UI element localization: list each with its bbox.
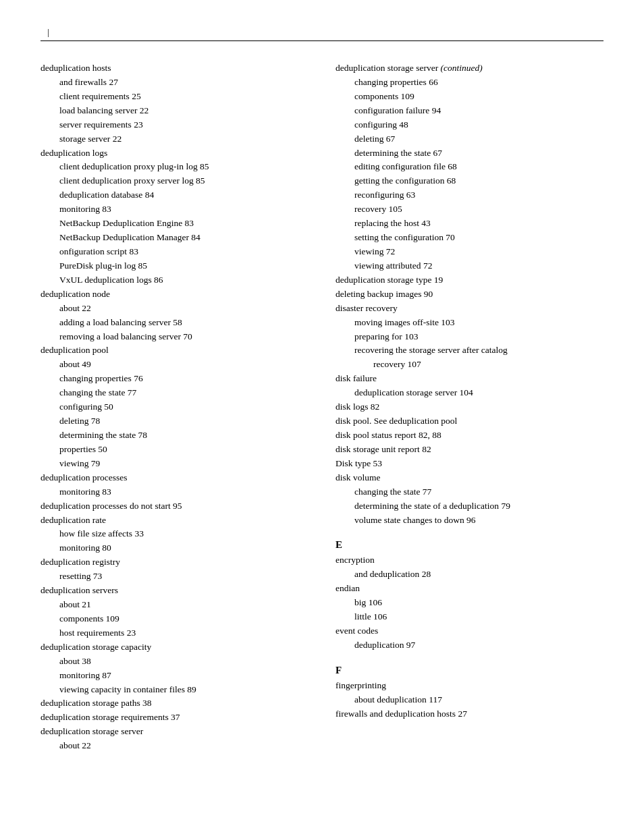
index-entry: disk volume <box>336 471 603 485</box>
index-entry: deduplication rate <box>41 514 308 528</box>
index-entry: deduplication database 84 <box>41 188 308 202</box>
index-entry: recovering the storage server after cata… <box>336 343 603 358</box>
index-entry: NetBackup Deduplication Manager 84 <box>41 231 308 245</box>
index-entry: deduplication storage requirements 37 <box>41 711 308 725</box>
index-entry: disaster recovery <box>336 302 603 316</box>
index-entry: about 22 <box>41 739 308 753</box>
index-entry: client deduplication proxy server log 85 <box>41 174 308 188</box>
index-entry: changing properties 76 <box>41 372 308 386</box>
index-entry: about 49 <box>41 358 308 372</box>
index-entry: viewing 72 <box>336 245 603 259</box>
index-entry: determining the state 67 <box>336 146 603 161</box>
index-entry: deduplication pool <box>41 343 308 358</box>
index-entry: deduplication registry <box>41 555 308 570</box>
index-entry: getting the configuration 68 <box>336 174 603 188</box>
index-entry: components 109 <box>336 90 603 104</box>
index-entry: disk pool status report 82, 88 <box>336 429 603 443</box>
index-entry: disk storage unit report 82 <box>336 443 603 457</box>
page: | deduplication hostsand firewalls 27cli… <box>0 0 644 828</box>
index-entry: reconfiguring 63 <box>336 188 603 202</box>
index-entry: deduplication 97 <box>336 638 603 653</box>
index-entry: deduplication node <box>41 287 308 302</box>
index-entry: and firewalls 27 <box>41 76 308 90</box>
index-entry: NetBackup Deduplication Engine 83 <box>41 217 308 231</box>
index-entry: client requirements 25 <box>41 90 308 104</box>
index-entry: determining the state 78 <box>41 429 308 443</box>
index-entry: moving images off-site 103 <box>336 316 603 330</box>
index-entry: E <box>336 539 603 551</box>
index-entry: onfiguration script 83 <box>41 245 308 259</box>
index-entry: F <box>336 665 603 676</box>
index-entry: removing a load balancing server 70 <box>41 330 308 344</box>
index-entry: fingerprinting <box>336 679 603 693</box>
index-entry: PureDisk plug-in log 85 <box>41 259 308 273</box>
index-entry: VxUL deduplication logs 86 <box>41 273 308 287</box>
index-entry: storage server 22 <box>41 132 308 146</box>
index-entry: monitoring 83 <box>41 485 308 499</box>
index-entry: deleting 78 <box>41 414 308 429</box>
index-entry: deleting 67 <box>336 132 603 146</box>
index-entry: preparing for 103 <box>336 330 603 344</box>
index-entry: volume state changes to down 96 <box>336 514 603 528</box>
index-entry: firewalls and deduplication hosts 27 <box>336 707 603 721</box>
index-entry: deduplication storage paths 38 <box>41 696 308 711</box>
index-entry: deduplication servers <box>41 584 308 598</box>
index-entry: configuring 50 <box>41 400 308 414</box>
index-entry: event codes <box>336 624 603 638</box>
index-entry: setting the configuration 70 <box>336 231 603 245</box>
index-entry: about deduplication 117 <box>336 693 603 707</box>
index-entry: configuration failure 94 <box>336 104 603 118</box>
index-entry: replacing the host 43 <box>336 217 603 231</box>
index-entry: deduplication storage server 104 <box>336 386 603 400</box>
index-entry: client deduplication proxy plug-in log 8… <box>41 160 308 174</box>
index-entry: viewing capacity in container files 89 <box>41 683 308 697</box>
index-entry: monitoring 80 <box>41 541 308 555</box>
index-entry: changing the state 77 <box>336 485 603 499</box>
index-entry: disk pool. See deduplication pool <box>336 414 603 429</box>
index-entry: configuring 48 <box>336 118 603 132</box>
index-entry: deduplication storage capacity <box>41 640 308 655</box>
index-entry: about 22 <box>41 302 308 316</box>
index-entry: and deduplication 28 <box>336 568 603 582</box>
index-entry: deduplication hosts <box>41 61 308 76</box>
index-entry: server requirements 23 <box>41 118 308 132</box>
index-entry: encryption <box>336 553 603 568</box>
index-entry: deduplication processes <box>41 471 308 485</box>
left-column: deduplication hostsand firewalls 27clien… <box>41 61 308 753</box>
index-entry: determining the state of a deduplication… <box>336 499 603 514</box>
index-entry: little 106 <box>336 610 603 624</box>
index-entry: deduplication processes do not start 95 <box>41 499 308 514</box>
index-entry: disk logs 82 <box>336 400 603 414</box>
index-entry: properties 50 <box>41 443 308 457</box>
index-entry: disk failure <box>336 372 603 386</box>
index-entry: resetting 73 <box>41 570 308 584</box>
index-entry: deleting backup images 90 <box>336 287 603 302</box>
index-entry: endian <box>336 582 603 596</box>
index-entry: monitoring 83 <box>41 202 308 217</box>
index-entry: recovery 107 <box>336 358 603 372</box>
index-entry: viewing 79 <box>41 457 308 471</box>
index-entry: monitoring 87 <box>41 669 308 683</box>
index-entry: host requirements 23 <box>41 626 308 640</box>
index-entry: Disk type 53 <box>336 457 603 471</box>
index-entry: deduplication storage server (continued) <box>336 61 603 76</box>
index-entry: big 106 <box>336 596 603 610</box>
index-entry: changing the state 77 <box>41 386 308 400</box>
index-entry: load balancing server 22 <box>41 104 308 118</box>
index-entry: editing configuration file 68 <box>336 160 603 174</box>
index-entry: recovery 105 <box>336 202 603 217</box>
index-entry: about 38 <box>41 655 308 669</box>
index-entry: adding a load balancing server 58 <box>41 316 308 330</box>
index-entry: deduplication logs <box>41 146 308 161</box>
right-column: deduplication storage server (continued)… <box>336 61 603 753</box>
index-entry: changing properties 66 <box>336 76 603 90</box>
index-entry: about 21 <box>41 598 308 612</box>
index-entry: how file size affects 33 <box>41 527 308 541</box>
index-entry: deduplication storage server <box>41 725 308 739</box>
index-entry: components 109 <box>41 612 308 626</box>
index-entry: viewing attributed 72 <box>336 259 603 273</box>
index-entry: deduplication storage type 19 <box>336 273 603 287</box>
page-header: | <box>41 27 603 41</box>
index-columns: deduplication hostsand firewalls 27clien… <box>41 61 603 753</box>
